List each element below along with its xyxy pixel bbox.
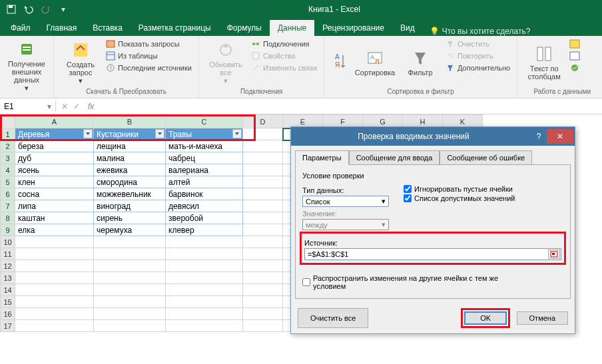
- cell-B8[interactable]: сирень: [94, 212, 166, 224]
- redo-icon[interactable]: [39, 2, 53, 17]
- cell-C9[interactable]: клевер: [166, 224, 243, 236]
- cell-C15[interactable]: [166, 296, 243, 308]
- cancel-button[interactable]: Отмена: [517, 311, 568, 325]
- undo-icon[interactable]: [21, 2, 36, 17]
- qat-dropdown-icon[interactable]: ▾: [56, 2, 71, 17]
- row-header-13[interactable]: 13: [1, 272, 15, 284]
- formula-bar[interactable]: [97, 105, 602, 108]
- cell-C13[interactable]: [166, 272, 243, 284]
- row-header-6[interactable]: 6: [1, 188, 15, 200]
- cell-D11[interactable]: [243, 248, 283, 260]
- cell-B10[interactable]: [94, 236, 166, 248]
- sort-az-button[interactable]: АЯ: [330, 39, 351, 87]
- clear-all-button[interactable]: Очистить все: [298, 308, 368, 328]
- fx-icon[interactable]: fx: [85, 102, 97, 111]
- cell-A7[interactable]: липа: [15, 200, 94, 212]
- name-box[interactable]: E1▾: [0, 100, 56, 112]
- col-header-D[interactable]: D: [243, 115, 283, 128]
- cell-A6[interactable]: сосна: [15, 188, 94, 200]
- cell-B16[interactable]: [94, 308, 166, 320]
- from-table-button[interactable]: Из таблицы: [105, 51, 193, 61]
- cell-D4[interactable]: [243, 164, 283, 176]
- cell-A14[interactable]: [15, 284, 94, 296]
- cell-B2[interactable]: лещина: [94, 140, 166, 152]
- filter-dropdown-icon[interactable]: [155, 129, 164, 138]
- cell-B4[interactable]: ежевика: [94, 164, 166, 176]
- row-header-4[interactable]: 4: [1, 164, 15, 176]
- cell-C3[interactable]: чабрец: [166, 152, 243, 164]
- cell-A17[interactable]: [15, 320, 94, 332]
- row-header-17[interactable]: 17: [1, 320, 15, 332]
- filter-dropdown-icon[interactable]: [83, 129, 93, 138]
- row-header-8[interactable]: 8: [1, 212, 15, 224]
- range-picker-icon[interactable]: [548, 250, 560, 259]
- save-icon[interactable]: [4, 2, 19, 17]
- tab-parameters[interactable]: Параметры: [295, 150, 349, 165]
- cell-D15[interactable]: [243, 296, 283, 308]
- cell-C2[interactable]: мать-и-мачеха: [166, 140, 243, 152]
- cell-B1[interactable]: Кустарники: [94, 128, 166, 140]
- col-header-B[interactable]: B: [94, 115, 166, 128]
- cell-D9[interactable]: [243, 224, 283, 236]
- row-header-9[interactable]: 9: [1, 224, 15, 236]
- cell-C6[interactable]: барвинок: [166, 188, 243, 200]
- in-cell-dropdown-checkbox[interactable]: [404, 194, 412, 202]
- cell-D12[interactable]: [243, 260, 283, 272]
- cell-C11[interactable]: [166, 248, 243, 260]
- cell-B3[interactable]: малина: [94, 152, 166, 164]
- sort-button[interactable]: АЯ Сортировка: [354, 39, 396, 87]
- flash-fill-icon[interactable]: [568, 39, 601, 49]
- row-header-15[interactable]: 15: [1, 296, 15, 308]
- data-validation-icon[interactable]: [568, 63, 601, 73]
- close-button[interactable]: ✕: [547, 129, 573, 144]
- cell-A16[interactable]: [15, 308, 94, 320]
- cell-C12[interactable]: [166, 260, 243, 272]
- cell-B9[interactable]: черемуха: [94, 224, 166, 236]
- cell-A3[interactable]: дуб: [15, 152, 94, 164]
- cell-B14[interactable]: [94, 284, 166, 296]
- cell-B12[interactable]: [94, 260, 166, 272]
- row-header-16[interactable]: 16: [1, 308, 15, 320]
- cell-A10[interactable]: [15, 236, 94, 248]
- tab-insert[interactable]: Вставка: [85, 20, 131, 36]
- get-external-data-button[interactable]: Получение внешних данных ▾: [5, 39, 48, 94]
- cell-D13[interactable]: [243, 272, 283, 284]
- row-header-5[interactable]: 5: [1, 176, 15, 188]
- cell-C4[interactable]: валериана: [166, 164, 243, 176]
- ok-button[interactable]: OK: [464, 311, 507, 325]
- cell-A5[interactable]: клен: [15, 176, 94, 188]
- cell-A15[interactable]: [15, 296, 94, 308]
- cell-D6[interactable]: [243, 188, 283, 200]
- row-header-3[interactable]: 3: [1, 152, 15, 164]
- cell-A2[interactable]: береза: [15, 140, 94, 152]
- cell-C5[interactable]: алтей: [166, 176, 243, 188]
- cell-B6[interactable]: можжевельник: [94, 188, 166, 200]
- tab-review[interactable]: Рецензирование: [314, 20, 392, 36]
- tab-home[interactable]: Главная: [39, 20, 85, 36]
- filter-button[interactable]: Фильтр: [399, 39, 442, 87]
- cell-D1[interactable]: [243, 128, 283, 140]
- ignore-blank-checkbox[interactable]: [404, 185, 412, 193]
- cell-A4[interactable]: ясень: [15, 164, 94, 176]
- tab-input-message[interactable]: Сообщение для ввода: [349, 150, 440, 165]
- cell-D14[interactable]: [243, 284, 283, 296]
- cell-A13[interactable]: [15, 272, 94, 284]
- cell-A11[interactable]: [15, 248, 94, 260]
- cell-D10[interactable]: [243, 236, 283, 248]
- recent-sources-button[interactable]: Последние источники: [105, 63, 193, 73]
- tab-file[interactable]: Файл: [3, 20, 39, 36]
- cell-B13[interactable]: [94, 272, 166, 284]
- cell-D2[interactable]: [243, 140, 283, 152]
- cell-B17[interactable]: [94, 320, 166, 332]
- tab-view[interactable]: Вид: [392, 20, 423, 36]
- show-queries-button[interactable]: Показать запросы: [105, 39, 193, 49]
- row-header-12[interactable]: 12: [1, 260, 15, 272]
- propagate-checkbox[interactable]: [302, 278, 310, 286]
- cell-C14[interactable]: [166, 284, 243, 296]
- cell-A1[interactable]: Деревья: [15, 128, 94, 140]
- row-header-14[interactable]: 14: [1, 284, 15, 296]
- remove-dup-icon[interactable]: [568, 51, 601, 61]
- cell-C8[interactable]: зверобой: [166, 212, 243, 224]
- filter-dropdown-icon[interactable]: [232, 129, 242, 138]
- row-header-10[interactable]: 10: [1, 236, 15, 248]
